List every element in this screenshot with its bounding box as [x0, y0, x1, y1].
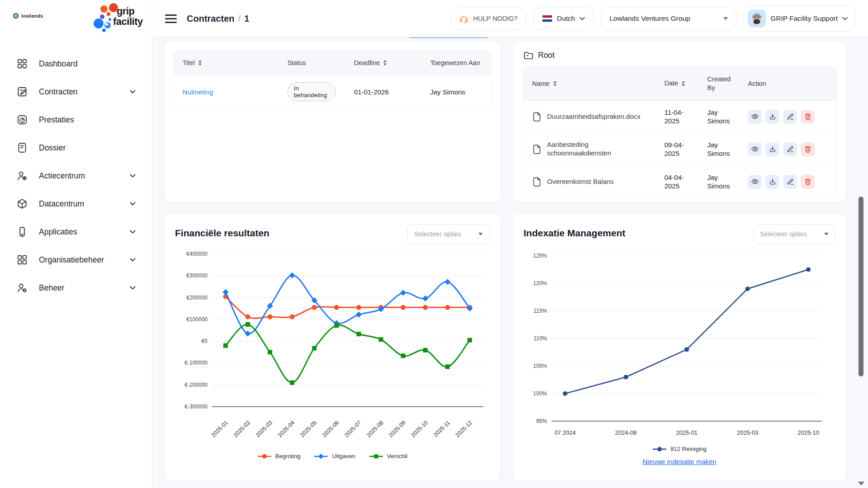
- svg-text:2025-09: 2025-09: [388, 419, 407, 438]
- document-actions: [739, 103, 836, 131]
- trash-icon: [804, 145, 812, 153]
- sort-icon[interactable]: [383, 60, 387, 66]
- organization-label: Lowlands Ventures Group: [609, 14, 690, 23]
- documents-panel: Root Name Date Created By Action: [512, 41, 847, 202]
- svg-text:2025-06: 2025-06: [321, 419, 340, 438]
- scrollbar-down-arrow-icon[interactable]: [858, 482, 864, 485]
- legend-item-812-reiniging[interactable]: 812 Reiniging: [652, 446, 707, 452]
- sidebar-item-label: Prestaties: [39, 115, 136, 125]
- financial-chart-title: Financiële resultaten: [175, 224, 269, 239]
- sort-icon[interactable]: [681, 81, 685, 86]
- svg-text:€-300000: €-300000: [184, 404, 208, 410]
- column-header-date[interactable]: Date: [660, 71, 698, 96]
- help-button[interactable]: HULP NODIG?: [450, 7, 526, 30]
- financial-results-panel: Financiële resultaten Selecteer opties €…: [164, 213, 501, 481]
- documents-table: Name Date Created By Action Duurzaamheid…: [523, 66, 836, 198]
- download-button[interactable]: [765, 142, 779, 156]
- svg-text:110%: 110%: [533, 335, 547, 342]
- chevron-down-icon: [130, 202, 136, 206]
- document-name[interactable]: Aanbesteding schoonmaakdiensten: [547, 141, 644, 158]
- partner-logo-text: lowlands: [21, 13, 43, 19]
- edit-button[interactable]: [783, 142, 797, 156]
- menu-toggle-icon[interactable]: [165, 14, 177, 23]
- legend-item-begroting[interactable]: Begroting: [257, 453, 301, 460]
- view-button[interactable]: [748, 110, 762, 124]
- svg-text:grip: grip: [117, 5, 135, 17]
- indexation-chart-title: Indexatie Management: [524, 224, 625, 239]
- delete-button[interactable]: [801, 110, 815, 124]
- help-label: HULP NODIG?: [473, 15, 518, 22]
- svg-text:2025-03: 2025-03: [737, 429, 759, 436]
- financial-options-select[interactable]: Selecteer opties: [407, 224, 490, 244]
- sort-icon[interactable]: [553, 81, 557, 86]
- chevron-down-icon: [130, 258, 136, 262]
- financial-chart-legend: Begroting Uitgaven Verschil: [175, 453, 490, 460]
- svg-text:2025-08: 2025-08: [365, 419, 384, 438]
- sidebar-item-beheer[interactable]: Beheer: [0, 274, 152, 302]
- sort-icon[interactable]: [198, 60, 202, 66]
- download-button[interactable]: [765, 110, 779, 124]
- document-name[interactable]: Duurzaamheidsafspraken.docx: [547, 113, 641, 121]
- sidebar-item-dossier[interactable]: Dossier: [0, 134, 152, 162]
- document-creator: Jay Simons: [708, 141, 730, 158]
- documents-table-header: Name Date Created By Action: [523, 67, 836, 100]
- svg-text:2025-04: 2025-04: [277, 419, 296, 438]
- organization-selector[interactable]: Lowlands Ventures Group: [601, 7, 736, 30]
- status-badge: In behandeling: [288, 82, 336, 101]
- sidebar-item-applicaties[interactable]: Applicaties: [0, 218, 152, 246]
- delete-button[interactable]: [801, 175, 815, 189]
- column-header-name[interactable]: Name: [523, 72, 660, 95]
- column-header-titel[interactable]: Titel: [174, 51, 278, 75]
- sidebar-item-dashboard[interactable]: Dashboard: [0, 50, 152, 78]
- document-icon: [16, 142, 28, 154]
- chevron-down-icon: [842, 17, 848, 20]
- begroting-marker-icon: [257, 454, 272, 459]
- new-indexation-link[interactable]: Nieuwe indexatie maken: [642, 458, 716, 465]
- user-gear-icon: [16, 282, 28, 294]
- folder-icon: [524, 51, 533, 60]
- svg-text:2025-10: 2025-10: [797, 429, 819, 436]
- svg-text:2025-11: 2025-11: [432, 419, 451, 438]
- contract-assignee: Jay Simons: [421, 81, 491, 103]
- document-date: 04-04-2025: [664, 173, 689, 191]
- sidebar-item-datacentrum[interactable]: Datacentrum: [0, 190, 152, 218]
- contract-title-link[interactable]: Nulmeting: [183, 88, 213, 96]
- svg-text:07 2024: 07 2024: [554, 429, 576, 436]
- gauge-icon: [16, 114, 28, 126]
- document-creator: Jay Simons: [708, 173, 730, 191]
- language-selector[interactable]: Dutch: [533, 7, 594, 30]
- sidebar-item-label: Applicaties: [39, 227, 119, 237]
- vertical-scrollbar-thumb[interactable]: [859, 197, 863, 376]
- edit-button[interactable]: [783, 175, 797, 189]
- view-button[interactable]: [748, 175, 762, 189]
- sidebar-item-actiecentrum[interactable]: Actiecentrum: [0, 162, 152, 190]
- eye-icon: [751, 145, 759, 153]
- column-header-deadline[interactable]: Deadline: [345, 51, 421, 75]
- document-name[interactable]: Overeenkomst Balans: [547, 178, 614, 186]
- grip-facility-logo-icon: grip facility: [89, 3, 146, 34]
- download-button[interactable]: [765, 175, 779, 189]
- sidebar-item-label: Dashboard: [39, 59, 136, 69]
- avatar: [748, 9, 766, 28]
- download-icon: [769, 178, 777, 186]
- sidebar-item-organisatiebeheer[interactable]: Organisatiebeheer: [0, 246, 152, 274]
- legend-item-uitgaven[interactable]: Uitgaven: [314, 453, 355, 460]
- svg-text:2025-05: 2025-05: [299, 419, 318, 438]
- document-actions: [739, 135, 836, 164]
- breadcrumb-divider: /: [238, 14, 241, 23]
- user-plus-icon: [16, 170, 28, 182]
- sidebar-item-contracten[interactable]: Contracten: [0, 78, 152, 106]
- eye-icon: [751, 178, 759, 186]
- edit-button[interactable]: [783, 110, 797, 124]
- indexation-options-select[interactable]: Selecteer opties: [753, 224, 835, 244]
- legend-item-verschil[interactable]: Verschil: [369, 453, 408, 460]
- breadcrumb-section[interactable]: Contracten: [187, 14, 235, 23]
- indexation-chart-legend: 812 Reiniging: [524, 446, 835, 452]
- user-menu[interactable]: GRIP Facility Support: [744, 5, 855, 32]
- delete-button[interactable]: [801, 142, 815, 156]
- svg-text:100%: 100%: [533, 390, 547, 397]
- uitgaven-marker-icon: [314, 454, 328, 459]
- partner-logo: lowlands: [13, 13, 43, 19]
- sidebar-item-prestaties[interactable]: Prestaties: [0, 106, 152, 134]
- view-button[interactable]: [748, 142, 762, 156]
